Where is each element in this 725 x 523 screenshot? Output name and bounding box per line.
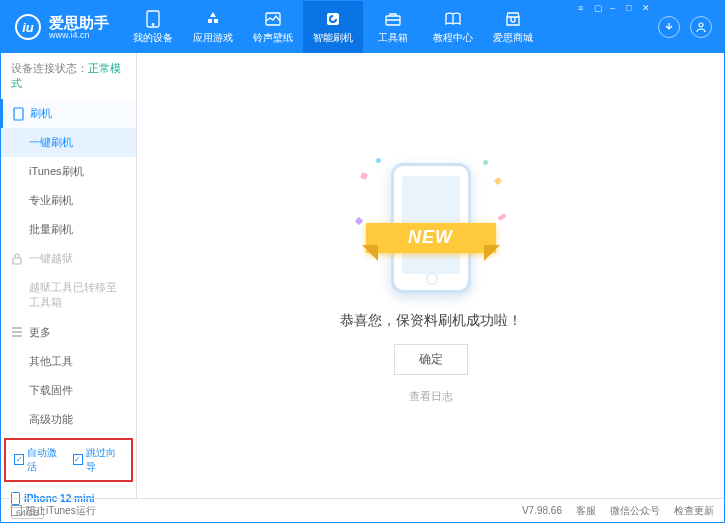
apps-icon bbox=[204, 10, 222, 28]
close-icon[interactable]: ✕ bbox=[642, 3, 654, 12]
sidebar-jailbreak-note: 越狱工具已转移至工具箱 bbox=[1, 273, 136, 318]
sidebar-item-other-tools[interactable]: 其他工具 bbox=[1, 347, 136, 376]
nav-tutorial[interactable]: 教程中心 bbox=[423, 1, 483, 53]
phone-icon bbox=[144, 10, 162, 28]
maximize-icon[interactable]: □ bbox=[626, 3, 638, 12]
sidebar-section-jailbreak[interactable]: 一键越狱 bbox=[1, 244, 136, 273]
skin-icon[interactable]: ▢ bbox=[594, 3, 606, 12]
checkbox-block-itunes[interactable]: 阻止iTunes运行 bbox=[11, 504, 96, 518]
brand-name: 爱思助手 bbox=[49, 15, 109, 30]
top-nav: 我的设备 应用游戏 铃声壁纸 智能刷机 工具箱 教程中心 爱思商城 bbox=[123, 1, 543, 53]
nav-ringtone[interactable]: 铃声壁纸 bbox=[243, 1, 303, 53]
options-highlight-box: ✓自动激活 ✓跳过向导 bbox=[4, 438, 133, 482]
checkmark-icon: ✓ bbox=[14, 454, 24, 465]
window-buttons: ≡ ▢ – □ ✕ bbox=[578, 3, 654, 12]
toolbox-icon bbox=[384, 10, 402, 28]
check-update-link[interactable]: 检查更新 bbox=[674, 504, 714, 518]
brand: iu 爱思助手 www.i4.cn bbox=[1, 14, 123, 40]
sidebar-item-itunes-flash[interactable]: iTunes刷机 bbox=[1, 157, 136, 186]
flash-icon bbox=[324, 10, 342, 28]
brand-url: www.i4.cn bbox=[49, 30, 109, 40]
connection-status: 设备连接状态：正常模式 bbox=[1, 53, 136, 99]
lock-icon bbox=[11, 253, 23, 265]
svg-rect-7 bbox=[13, 258, 21, 264]
nav-my-device[interactable]: 我的设备 bbox=[123, 1, 183, 53]
wallpaper-icon bbox=[264, 10, 282, 28]
success-message: 恭喜您，保资料刷机成功啦！ bbox=[340, 312, 522, 330]
window-controls bbox=[658, 16, 724, 38]
nav-flash[interactable]: 智能刷机 bbox=[303, 1, 363, 53]
menu-icon[interactable]: ≡ bbox=[578, 3, 590, 12]
download-button[interactable] bbox=[658, 16, 680, 38]
new-banner: NEW bbox=[366, 223, 496, 253]
sidebar: 设备连接状态：正常模式 刷机 一键刷机 iTunes刷机 专业刷机 批量刷机 一… bbox=[1, 53, 137, 498]
support-link[interactable]: 客服 bbox=[576, 504, 596, 518]
sidebar-item-download-fw[interactable]: 下载固件 bbox=[1, 376, 136, 405]
user-button[interactable] bbox=[690, 16, 712, 38]
checkbox-skip-guide[interactable]: ✓跳过向导 bbox=[73, 446, 124, 474]
wechat-link[interactable]: 微信公众号 bbox=[610, 504, 660, 518]
nav-store[interactable]: 爱思商城 bbox=[483, 1, 543, 53]
sidebar-section-flash[interactable]: 刷机 bbox=[1, 99, 136, 128]
book-icon bbox=[444, 10, 462, 28]
sidebar-item-advanced[interactable]: 高级功能 bbox=[1, 405, 136, 434]
checkmark-icon: ✓ bbox=[73, 454, 83, 465]
success-illustration: NEW bbox=[356, 148, 506, 298]
sidebar-item-oneclick-flash[interactable]: 一键刷机 bbox=[1, 128, 136, 157]
sidebar-item-batch-flash[interactable]: 批量刷机 bbox=[1, 215, 136, 244]
list-icon bbox=[11, 327, 23, 337]
nav-toolbox[interactable]: 工具箱 bbox=[363, 1, 423, 53]
title-bar: iu 爱思助手 www.i4.cn 我的设备 应用游戏 铃声壁纸 智能刷机 工具… bbox=[1, 1, 724, 53]
main-content: NEW 恭喜您，保资料刷机成功啦！ 确定 查看日志 bbox=[137, 53, 724, 498]
svg-rect-3 bbox=[327, 13, 339, 25]
ok-button[interactable]: 确定 bbox=[394, 344, 468, 375]
minimize-icon[interactable]: – bbox=[610, 3, 622, 12]
svg-point-5 bbox=[699, 23, 703, 27]
nav-apps[interactable]: 应用游戏 bbox=[183, 1, 243, 53]
svg-point-1 bbox=[152, 23, 154, 25]
store-icon bbox=[504, 10, 522, 28]
sidebar-item-pro-flash[interactable]: 专业刷机 bbox=[1, 186, 136, 215]
svg-rect-6 bbox=[14, 108, 23, 120]
brand-logo-icon: iu bbox=[15, 14, 41, 40]
view-log-link[interactable]: 查看日志 bbox=[409, 389, 453, 404]
sidebar-section-more[interactable]: 更多 bbox=[1, 318, 136, 347]
status-bar: 阻止iTunes运行 V7.98.66 客服 微信公众号 检查更新 bbox=[1, 498, 724, 522]
checkbox-auto-activate[interactable]: ✓自动激活 bbox=[14, 446, 65, 474]
version-label: V7.98.66 bbox=[522, 505, 562, 516]
checkbox-icon bbox=[11, 505, 22, 516]
phone-icon bbox=[13, 107, 24, 121]
